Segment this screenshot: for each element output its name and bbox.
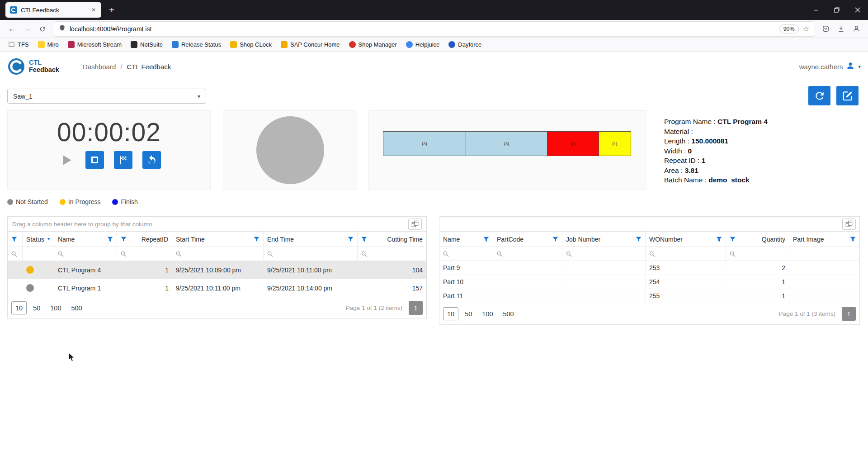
bookmark-sap-concur-home[interactable]: SAP Concur Home xyxy=(277,40,344,49)
filter-cell[interactable] xyxy=(23,247,54,261)
table-row[interactable]: Part 11 255 1 xyxy=(439,289,859,303)
page-number-button[interactable]: 1 xyxy=(409,301,423,315)
shield-icon xyxy=(59,24,66,33)
stock-segment[interactable]: (3) xyxy=(383,131,466,156)
tab-close-icon[interactable]: ✕ xyxy=(90,6,97,14)
header-name[interactable]: Name xyxy=(54,232,117,247)
breadcrumb-dashboard[interactable]: Dashboard xyxy=(83,63,116,71)
stop-button[interactable] xyxy=(85,151,104,169)
page-size-50[interactable]: 50 xyxy=(461,307,476,320)
refresh-button[interactable] xyxy=(808,86,830,105)
filter-cell[interactable] xyxy=(493,247,562,261)
url-text[interactable]: localhost:4000/#/ProgramList xyxy=(70,25,775,33)
header-end-time[interactable]: End Time xyxy=(264,232,358,247)
bookmark-star-icon[interactable]: ☆ xyxy=(803,24,809,33)
reload-button[interactable] xyxy=(35,22,50,36)
header-filter-column[interactable] xyxy=(8,232,23,247)
page-size-100[interactable]: 100 xyxy=(478,307,496,320)
stock-segment[interactable]: (2) xyxy=(547,131,599,156)
downloads-icon[interactable] xyxy=(834,22,848,36)
search-icon xyxy=(361,251,367,257)
edit-button[interactable] xyxy=(836,86,859,105)
finish-flag-button[interactable] xyxy=(114,151,132,169)
programs-grid: Drag a column header here to group by th… xyxy=(7,216,427,319)
new-tab-button[interactable]: + xyxy=(105,3,118,17)
filter-cell[interactable] xyxy=(54,247,117,261)
header-start-time[interactable]: Start Time xyxy=(172,232,264,247)
column-chooser-button[interactable] xyxy=(408,219,422,230)
bookmark-shop-clock[interactable]: Shop CLock xyxy=(226,40,275,49)
bookmark-tfs[interactable]: TFS xyxy=(5,39,33,50)
play-button[interactable] xyxy=(57,151,75,169)
page-size-100[interactable]: 100 xyxy=(47,301,65,314)
zoom-indicator[interactable]: 90% xyxy=(779,24,799,33)
page-size-10[interactable]: 10 xyxy=(11,301,27,314)
bookmark-shop-manager[interactable]: Shop Manager xyxy=(345,40,401,49)
filter-icon xyxy=(361,237,367,242)
header-part-image[interactable]: Part Image xyxy=(789,232,859,247)
pocket-icon[interactable] xyxy=(818,22,833,36)
logo-text-line1: CTL xyxy=(29,59,59,67)
header-status[interactable]: Status xyxy=(23,232,54,247)
minimize-button[interactable] xyxy=(806,0,826,20)
stock-segment[interactable]: (3) xyxy=(466,131,548,156)
header-wonumber[interactable]: WONumber xyxy=(646,232,726,247)
close-button[interactable] xyxy=(847,0,868,20)
page-size-500[interactable]: 500 xyxy=(67,301,85,314)
account-icon[interactable] xyxy=(849,22,863,36)
header-name[interactable]: Name xyxy=(439,232,493,247)
filter-cell[interactable] xyxy=(726,247,789,261)
machine-select[interactable]: Saw_1 ▾ xyxy=(7,89,206,104)
page-number-button[interactable]: 1 xyxy=(842,307,856,321)
filter-cell[interactable] xyxy=(646,247,726,261)
bookmark-notsuite[interactable]: NotSuite xyxy=(127,40,166,49)
bookmark-microsoft-stream[interactable]: Microsoft Stream xyxy=(64,40,125,49)
bookmark-favicon xyxy=(406,41,413,48)
page-size-50[interactable]: 50 xyxy=(29,301,44,314)
bookmark-helpjuice[interactable]: Helpjuice xyxy=(402,40,443,49)
filter-cell[interactable] xyxy=(562,247,646,261)
header-job-number[interactable]: Job Number xyxy=(562,232,646,247)
app-logo[interactable]: CTL Feedback xyxy=(7,57,59,76)
filter-icon xyxy=(730,237,736,242)
page-size-10[interactable]: 10 xyxy=(443,307,458,320)
forward-button[interactable]: → xyxy=(20,22,34,36)
header-quantity[interactable]: Quantity xyxy=(726,232,789,247)
filter-cell[interactable] xyxy=(117,247,172,261)
url-bar[interactable]: localhost:4000/#/ProgramList 90% ☆ xyxy=(54,22,814,36)
table-row[interactable]: CTL Program 1 1 9/25/2021 10:11:00 pm 9/… xyxy=(8,279,426,297)
table-row[interactable]: Part 9 253 2 xyxy=(439,261,859,275)
header-repeat-id[interactable]: RepeatID xyxy=(117,232,172,247)
filter-cell[interactable] xyxy=(439,247,493,261)
page-size-500[interactable]: 500 xyxy=(499,307,517,320)
bookmark-dayforce[interactable]: Dayforce xyxy=(445,40,485,49)
bookmark-release-status[interactable]: Release Status xyxy=(168,40,225,49)
breadcrumb-current: CTL Feedback xyxy=(127,63,171,71)
table-row[interactable]: CTL Program 4 1 9/25/2021 10:09:00 pm 9/… xyxy=(8,261,426,279)
back-button[interactable]: ← xyxy=(5,22,19,36)
cell-name: Part 10 xyxy=(439,275,493,289)
bookmark-miro[interactable]: Miro xyxy=(34,40,62,49)
info-repeat-id: Repeat ID : 1 xyxy=(664,156,865,166)
programs-pager: 10 50 100 500 Page 1 of 1 (2 items) 1 xyxy=(8,297,426,319)
stock-segment[interactable]: (1) xyxy=(599,131,631,156)
filter-cell[interactable] xyxy=(358,247,426,261)
stock-bar-card: (3) (3) (2) (1) xyxy=(368,110,646,190)
user-menu[interactable]: wayne.cathers ▾ xyxy=(799,61,861,72)
browser-tab[interactable]: CTLFeedback ✕ xyxy=(5,2,101,18)
filter-cell[interactable] xyxy=(172,247,264,261)
filter-cell[interactable] xyxy=(789,247,859,261)
header-partcode[interactable]: PartCode xyxy=(493,232,562,247)
restore-button[interactable] xyxy=(826,0,847,20)
table-row[interactable]: Part 10 254 1 xyxy=(439,275,859,289)
filter-cell[interactable] xyxy=(8,247,23,261)
timer-display: 00:00:02 xyxy=(57,117,161,147)
reset-button[interactable] xyxy=(142,151,161,169)
cell-job-number xyxy=(562,289,646,303)
header-cutting-time[interactable]: Cutting Time xyxy=(358,232,426,247)
cell-job-number xyxy=(562,261,646,275)
column-chooser-button[interactable] xyxy=(842,219,856,230)
filter-cell[interactable] xyxy=(264,247,358,261)
info-batch-name: Batch Name : demo_stock xyxy=(664,175,865,185)
group-panel[interactable]: Drag a column header here to group by th… xyxy=(8,217,426,232)
